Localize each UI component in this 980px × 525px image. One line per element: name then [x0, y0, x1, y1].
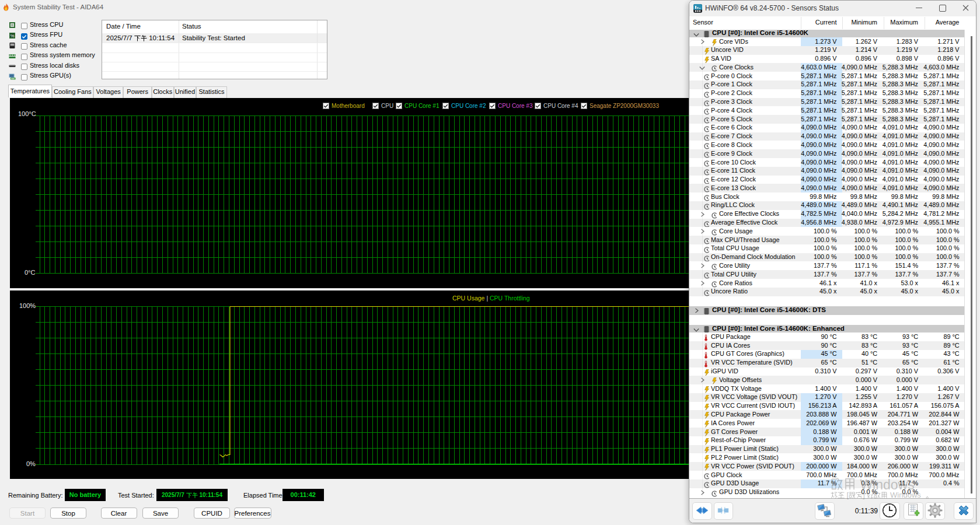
- svg-text:%: %: [11, 33, 15, 38]
